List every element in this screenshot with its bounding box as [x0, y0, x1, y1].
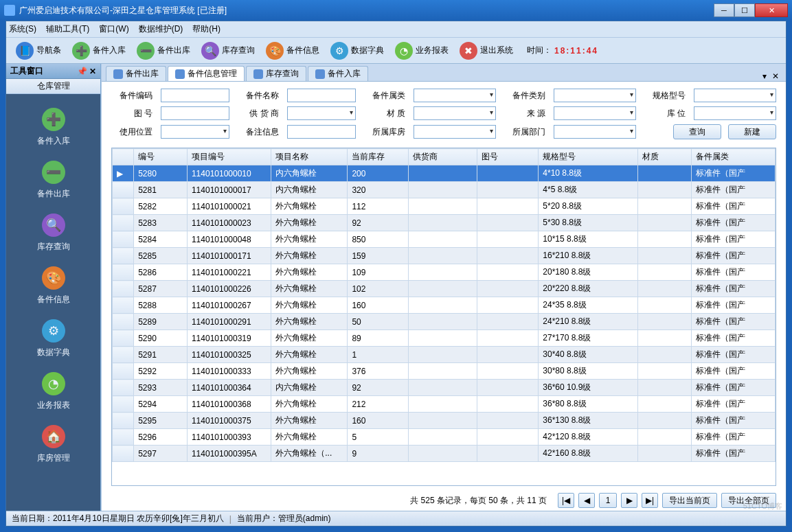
nav-out[interactable]: ➖备件出库 — [6, 154, 100, 207]
sel-ghs[interactable] — [287, 106, 356, 120]
sel-bjlb[interactable] — [554, 89, 636, 102]
client-area: 系统(S) 辅助工具(T) 窗口(W) 数据维护(D) 帮助(H) 📘导航条 ➕… — [5, 21, 787, 527]
col-projname[interactable]: 项目名称 — [271, 149, 348, 165]
lbl-ggxh: 规格型号 — [644, 90, 686, 102]
sidebar-section-title: 仓库管理 — [6, 79, 100, 94]
inp-bjmc[interactable] — [287, 89, 356, 102]
table-row[interactable]: ▶52801140101000010内六角螺栓2004*10 8.8级标准件（国… — [113, 165, 776, 182]
pager-next[interactable]: ▶ — [621, 493, 637, 508]
tab-icon — [253, 69, 263, 79]
nav-dict[interactable]: ⚙数据字典 — [6, 312, 100, 365]
menu-help[interactable]: 帮助(H) — [192, 23, 220, 35]
inp-bzxx[interactable] — [287, 125, 356, 139]
tb-info[interactable]: 🎨备件信息 — [262, 41, 324, 61]
table-row[interactable]: 52811140101000017内六角螺栓3204*5 8.8级标准件（国产 — [113, 182, 776, 198]
pager-info: 共 525 条记录，每页 50 条，共 11 页 — [410, 495, 547, 507]
tab-query[interactable]: 库存查询 — [246, 66, 306, 81]
sel-sywz[interactable] — [161, 125, 229, 139]
tb-out[interactable]: ➖备件出库 — [133, 41, 194, 61]
menubar: 系统(S) 辅助工具(T) 窗口(W) 数据维护(D) 帮助(H) — [6, 21, 786, 38]
col-projno[interactable]: 项目编号 — [187, 149, 271, 165]
table-row[interactable]: 52911140101000325外六角螺栓130*40 8.8级标准件（国产 — [113, 347, 776, 363]
tb-in[interactable]: ➕备件入库 — [68, 41, 130, 61]
sel-ly[interactable] — [554, 106, 636, 120]
maximize-button[interactable]: ☐ — [734, 3, 755, 17]
minimize-button[interactable]: ─ — [714, 3, 734, 17]
menu-tools[interactable]: 辅助工具(T) — [46, 23, 89, 35]
table-row[interactable]: 52831140101000023外六角螺栓925*30 8.8级标准件（国产 — [113, 215, 776, 231]
tab-menu-icon[interactable]: ▾ — [760, 71, 769, 81]
pager-page[interactable] — [599, 493, 617, 508]
time-value: 18:11:44 — [554, 46, 598, 56]
table-row[interactable]: 52821140101000021外六角螺栓1125*20 8.8级标准件（国产 — [113, 198, 776, 215]
nav-area: ➕备件入库 ➖备件出库 🔍库存查询 🎨备件信息 ⚙数据字典 ◔业务报表 🏠库房管… — [6, 94, 100, 511]
table-row[interactable]: 52931140101000364内六角螺栓9236*60 10.9级标准件（国… — [113, 380, 776, 396]
table-row[interactable]: 52941140101000368外六角螺栓21236*80 8.8级标准件（国… — [113, 396, 776, 413]
tab-out[interactable]: 备件出库 — [106, 66, 166, 81]
lbl-bjlb: 备件类别 — [504, 90, 545, 102]
col-drawing[interactable]: 图号 — [477, 149, 539, 165]
col-stock[interactable]: 当前库存 — [348, 149, 409, 165]
nav-info[interactable]: 🎨备件信息 — [6, 259, 100, 312]
table-row[interactable]: 52841140101000048外六角螺栓85010*15 8.8级标准件（国… — [113, 231, 776, 248]
lbl-sywz: 使用位置 — [111, 126, 152, 138]
tb-exit[interactable]: ✖退出系统 — [455, 41, 517, 61]
table-row[interactable]: 52951140101000375外六角螺栓16036*130 8.8级标准件（… — [113, 413, 776, 429]
pager-last[interactable]: ▶| — [642, 493, 658, 508]
col-category[interactable]: 备件属类 — [691, 149, 775, 165]
sel-ggxh[interactable] — [694, 89, 776, 102]
export-current-button[interactable]: 导出当前页 — [662, 493, 717, 508]
tb-dict[interactable]: ⚙数据字典 — [326, 41, 388, 61]
pager-first[interactable]: |◀ — [558, 493, 574, 508]
inp-bjbm[interactable] — [161, 89, 229, 102]
col-material[interactable]: 材质 — [637, 149, 691, 165]
table-row[interactable]: 52961140101000393外六角螺栓542*120 8.8级标准件（国产 — [113, 429, 776, 446]
table-row[interactable]: 52861140101000221外六角螺栓10920*180 8.8级标准件（… — [113, 264, 776, 281]
col-id[interactable]: 编号 — [134, 149, 188, 165]
close-button[interactable]: ✕ — [755, 3, 788, 17]
nav-report[interactable]: ◔业务报表 — [6, 365, 100, 418]
sidebar-header: 工具窗口 📌 ✕ — [6, 64, 100, 79]
statusbar: 当前日期：2011年4月10日星期日 农历辛卯[兔]年三月初八 | 当前用户：管… — [6, 511, 786, 526]
nav-warehouse[interactable]: 🏠库房管理 — [6, 418, 100, 471]
nav-in[interactable]: ➕备件入库 — [6, 101, 100, 154]
titlebar[interactable]: 广州爱启迪技术有限公司-深田之星仓库管理系统 [已注册] ─ ☐ ✕ — [0, 0, 792, 21]
table-row[interactable]: 52921140101000333外六角螺栓37630*80 8.8级标准件（国… — [113, 363, 776, 380]
tab-in[interactable]: 备件入库 — [308, 66, 368, 81]
sidebar-panel-title: 工具窗口 — [10, 65, 43, 77]
col-spec[interactable]: 规格型号 — [539, 149, 638, 165]
sel-cz[interactable] — [414, 106, 496, 120]
table-row[interactable]: 52971140101000395A外六角螺栓（...942*160 8.8级标… — [113, 446, 776, 462]
table-row[interactable]: 52851140101000171外六角螺栓15916*210 8.8级标准件（… — [113, 248, 776, 264]
tab-icon — [175, 69, 185, 79]
query-button[interactable]: 查询 — [673, 124, 721, 139]
table-row[interactable]: 52881140101000267外六角螺栓16024*35 8.8级标准件（国… — [113, 297, 776, 314]
tb-report[interactable]: ◔业务报表 — [391, 41, 453, 61]
tab-close-icon[interactable]: ✕ — [769, 71, 782, 81]
lbl-kw: 库 位 — [644, 108, 686, 119]
sidebar: 工具窗口 📌 ✕ 仓库管理 ➕备件入库 ➖备件出库 🔍库存查询 🎨备件信息 ⚙数… — [6, 64, 101, 511]
menu-window[interactable]: 窗口(W) — [99, 23, 128, 35]
inp-th[interactable] — [161, 106, 229, 120]
nav-query[interactable]: 🔍库存查询 — [6, 207, 100, 259]
menu-system[interactable]: 系统(S) — [9, 23, 36, 35]
tabstrip: 备件出库 备件信息管理 库存查询 备件入库 ▾ ✕ — [102, 64, 786, 82]
table-row[interactable]: 52891140101000291外六角螺栓5024*210 8.8级标准件（国… — [113, 314, 776, 330]
sel-kw[interactable] — [694, 106, 776, 120]
pager-prev[interactable]: ◀ — [578, 493, 595, 508]
table-row[interactable]: 52901140101000319外六角螺栓8927*170 8.8级标准件（国… — [113, 330, 776, 347]
grid-scroll[interactable]: 编号 项目编号 项目名称 当前库存 供货商 图号 规格型号 材质 备件属类 ▶5… — [112, 148, 776, 485]
menu-data[interactable]: 数据维护(D) — [139, 23, 183, 35]
lbl-ly: 来 源 — [504, 108, 545, 119]
sel-sskf[interactable] — [414, 125, 496, 139]
col-supplier[interactable]: 供货商 — [409, 149, 477, 165]
tb-query[interactable]: 🔍库存查询 — [197, 41, 259, 61]
tb-nav[interactable]: 📘导航条 — [12, 41, 65, 61]
sel-ssbm[interactable] — [554, 125, 636, 139]
sel-bjsl[interactable] — [414, 89, 496, 102]
table-row[interactable]: 52871140101000226外六角螺栓10220*220 8.8级标准件（… — [113, 281, 776, 297]
create-button[interactable]: 新建 — [728, 124, 776, 139]
tab-info[interactable]: 备件信息管理 — [168, 66, 245, 81]
status-date: 当前日期：2011年4月10日星期日 农历辛卯[兔]年三月初八 — [12, 513, 224, 524]
pin-icon[interactable]: 📌 ✕ — [77, 67, 96, 76]
